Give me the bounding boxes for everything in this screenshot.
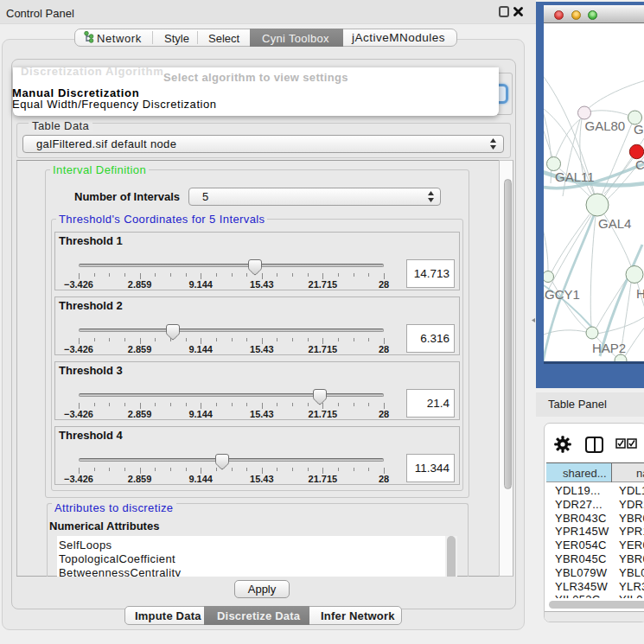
svg-text:GAL4: GAL4 [598, 216, 631, 231]
svg-text:H: H [636, 286, 644, 301]
svg-text:G: G [634, 122, 644, 137]
svg-text:C: C [635, 157, 644, 172]
svg-text:HAP2: HAP2 [592, 341, 626, 355]
svg-text:GAL11: GAL11 [555, 169, 595, 184]
svg-text:GAL80: GAL80 [585, 118, 626, 133]
svg-text:GCY1: GCY1 [545, 287, 580, 302]
